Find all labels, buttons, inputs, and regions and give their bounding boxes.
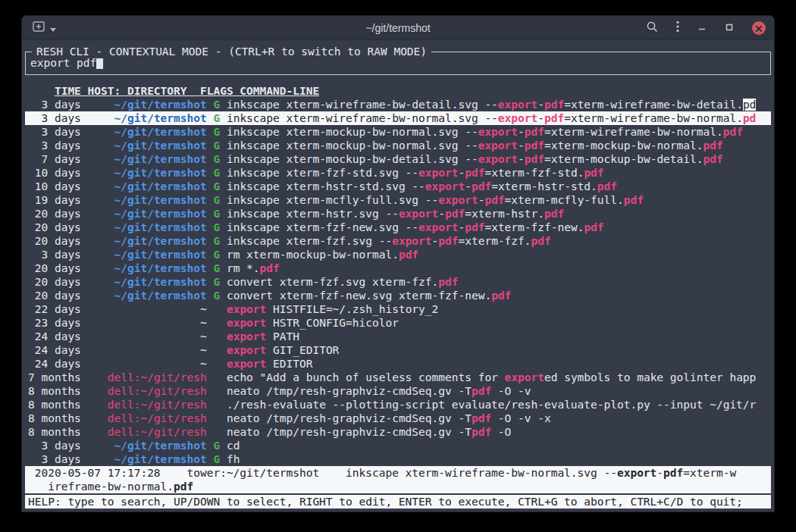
history-row[interactable]: 10 days ~/git/termshot G inkscape xterm-… — [25, 180, 771, 193]
history-row[interactable]: 20 days ~/git/termshot G rm *.pdf — [25, 261, 771, 275]
history-row[interactable]: 20 days ~/git/termshot G convert xterm-f… — [25, 275, 771, 289]
history-row[interactable]: 3 days ~/git/termshot G fh — [25, 452, 771, 466]
history-row[interactable]: 20 days ~/git/termshot G convert xterm-f… — [25, 289, 771, 302]
history-row[interactable]: 8 months dell:~/git/resh ./resh-evaluate… — [25, 398, 771, 412]
minimize-button[interactable] — [697, 21, 707, 35]
search-query-text: export pdf — [30, 57, 96, 69]
restore-icon — [725, 21, 734, 35]
resh-mode-title: RESH CLI - CONTEXTUAL MODE - (CTRL+R to … — [32, 45, 431, 58]
new-tab-button[interactable] — [33, 21, 45, 35]
history-row[interactable]: 20 days ~/git/termshot G inkscape xterm-… — [25, 221, 771, 234]
history-row[interactable]: 22 days ~ export HISTFILE=~/.zsh_history… — [25, 302, 771, 316]
history-row[interactable]: 7 months dell:~/git/resh echo "Add a bun… — [25, 371, 771, 384]
search-icon — [646, 20, 658, 36]
terminal-window: ~/git/termshot — [21, 15, 775, 512]
search-button[interactable] — [646, 20, 658, 36]
help-bar: HELP: type to search, UP/DOWN to select,… — [25, 495, 771, 509]
history-row[interactable]: 7 days ~/git/termshot G inkscape xterm-m… — [25, 152, 771, 166]
history-row[interactable]: 8 months dell:~/git/resh neato /tmp/resh… — [25, 425, 771, 439]
close-icon — [756, 21, 762, 35]
caret-down-icon — [50, 21, 56, 35]
history-row[interactable]: 3 days ~/git/termshot G rm xterm-mockup-… — [25, 248, 771, 261]
menu-button[interactable] — [676, 20, 679, 36]
history-row[interactable]: 8 months dell:~/git/resh neato /tmp/resh… — [25, 384, 771, 398]
history-row[interactable]: 3 days ~/git/termshot G inkscape xterm-m… — [25, 139, 771, 152]
restore-button[interactable] — [725, 21, 734, 35]
close-button[interactable] — [752, 21, 766, 35]
history-row[interactable]: 3 days ~/git/termshot G cd — [25, 439, 771, 452]
resh-search-box: RESH CLI - CONTEXTUAL MODE - (CTRL+R to … — [25, 52, 771, 75]
history-list: 3 days ~/git/termshot G inkscape xterm-w… — [25, 98, 771, 466]
history-header: TIME HOST: DIRECTORY FLAGS COMMAND-LINE — [25, 84, 771, 98]
tab-dropdown-button[interactable] — [50, 21, 56, 35]
history-row[interactable]: 10 days ~/git/termshot G inkscape xterm-… — [25, 166, 771, 180]
window-titlebar: ~/git/termshot — [22, 16, 774, 40]
history-row[interactable]: 3 days ~/git/termshot G inkscape xterm-m… — [25, 125, 771, 139]
history-row[interactable]: 23 days ~ export HSTR_CONFIG=hicolor — [25, 316, 771, 330]
details-line: 2020-05-07 17:17:28 tower:~/git/termshot… — [28, 466, 768, 480]
history-row[interactable]: 19 days ~/git/termshot G inkscape xterm-… — [25, 193, 771, 207]
kebab-menu-icon — [676, 20, 679, 36]
details-panel: 2020-05-07 17:17:28 tower:~/git/termshot… — [25, 466, 771, 493]
terminal-content: RESH CLI - CONTEXTUAL MODE - (CTRL+R to … — [22, 40, 774, 512]
text-cursor — [96, 57, 103, 69]
history-row[interactable]: 24 days ~ export PATH — [25, 330, 771, 343]
history-row[interactable]: 20 days ~/git/termshot G inkscape xterm-… — [25, 234, 771, 248]
history-row[interactable]: 3 days ~/git/termshot G inkscape xterm-w… — [25, 98, 771, 111]
history-row[interactable]: 24 days ~ export GIT_EDITOR — [25, 343, 771, 357]
history-row[interactable]: 8 months dell:~/git/resh neato /tmp/resh… — [25, 412, 771, 425]
history-row-selected[interactable]: 3 days ~/git/termshot G inkscape xterm-w… — [25, 111, 771, 125]
minimize-icon — [697, 21, 707, 35]
history-row[interactable]: 20 days ~/git/termshot G inkscape xterm-… — [25, 207, 771, 221]
new-tab-icon — [33, 21, 45, 35]
history-row[interactable]: 24 days ~ export EDITOR — [25, 357, 771, 371]
details-line: ireframe-bw-normal.pdf — [28, 480, 768, 493]
